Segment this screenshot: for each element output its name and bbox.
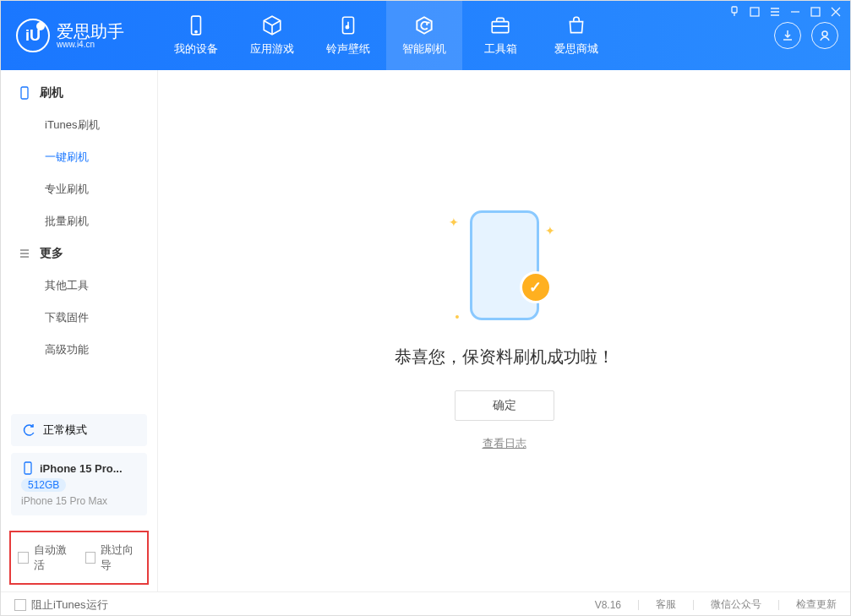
storage-badge: 512GB — [21, 478, 66, 492]
maximize-icon[interactable] — [809, 5, 822, 19]
pin-icon[interactable] — [728, 5, 741, 19]
success-illustration: ✦ ✦ • ✓ — [454, 210, 555, 329]
skip-wizard-checkbox[interactable]: 跳过向导 — [85, 542, 141, 573]
tab-ringtone-wallpaper[interactable]: 铃声壁纸 — [310, 1, 386, 70]
checkbox-icon — [85, 552, 96, 564]
sidebar-item-other-tools[interactable]: 其他工具 — [1, 270, 157, 302]
svg-rect-0 — [732, 7, 737, 13]
svg-point-6 — [346, 26, 348, 29]
app-name: 爱思助手 — [57, 23, 124, 40]
device-name-text: iPhone 15 Pro... — [40, 462, 123, 475]
download-icon[interactable] — [774, 22, 801, 49]
tab-label: 应用游戏 — [250, 41, 294, 57]
mode-label: 正常模式 — [43, 422, 87, 438]
svg-rect-7 — [492, 22, 509, 33]
sidebar-item-download-firmware[interactable]: 下载固件 — [1, 302, 157, 334]
svg-rect-9 — [21, 87, 28, 99]
user-icon[interactable] — [811, 22, 838, 49]
tab-label: 智能刷机 — [402, 41, 446, 57]
svg-point-8 — [822, 31, 827, 36]
mode-card[interactable]: 正常模式 — [11, 414, 147, 446]
header: iU 爱思助手 www.i4.cn 我的设备 应用游戏 铃声壁纸 智能刷机 工具… — [1, 1, 850, 70]
toolbox-icon — [489, 14, 511, 36]
checkbox-icon — [18, 552, 29, 564]
cube-icon — [261, 14, 283, 36]
check-badge-icon: ✓ — [520, 271, 552, 303]
logo[interactable]: iU 爱思助手 www.i4.cn — [1, 19, 158, 52]
wechat-link[interactable]: 微信公众号 — [711, 597, 761, 612]
sidebar-item-pro-flash[interactable]: 专业刷机 — [1, 173, 157, 205]
app-url: www.i4.cn — [57, 40, 124, 49]
svg-rect-10 — [25, 462, 31, 474]
list-icon — [18, 247, 31, 260]
refresh-small-icon — [21, 422, 36, 438]
tab-apps-games[interactable]: 应用游戏 — [234, 1, 310, 70]
tab-toolbox[interactable]: 工具箱 — [462, 1, 538, 70]
sidebar: 刷机 iTunes刷机 一键刷机 专业刷机 批量刷机 更多 其他工具 下载固件 … — [1, 70, 158, 591]
check-update-link[interactable]: 检查更新 — [796, 597, 837, 612]
sidebar-item-batch-flash[interactable]: 批量刷机 — [1, 205, 157, 237]
phone-icon — [18, 86, 31, 100]
logo-icon: iU — [16, 19, 50, 52]
sidebar-group-flash: 刷机 — [1, 77, 157, 109]
confirm-button[interactable]: 确定 — [455, 390, 554, 421]
checkbox-icon — [14, 599, 26, 611]
bag-icon — [565, 14, 587, 36]
device-small-icon — [21, 461, 35, 475]
main-content: ✦ ✦ • ✓ 恭喜您，保资料刷机成功啦！ 确定 查看日志 — [158, 70, 850, 591]
block-itunes-checkbox[interactable]: 阻止iTunes运行 — [14, 597, 108, 613]
device-model: iPhone 15 Pro Max — [21, 495, 107, 507]
footer: 阻止iTunes运行 V8.16 客服 微信公众号 检查更新 — [1, 591, 850, 616]
refresh-icon — [413, 14, 435, 36]
tab-label: 爱思商城 — [554, 41, 598, 57]
svg-point-4 — [195, 31, 197, 33]
menu-icon[interactable] — [768, 5, 782, 19]
tab-my-device[interactable]: 我的设备 — [158, 1, 234, 70]
svg-rect-2 — [811, 8, 820, 16]
minimize-icon[interactable] — [788, 5, 802, 19]
sidebar-group-more: 更多 — [1, 237, 157, 270]
auto-activate-checkbox[interactable]: 自动激活 — [18, 542, 74, 573]
device-card[interactable]: iPhone 15 Pro... 512GB iPhone 15 Pro Max — [11, 453, 147, 515]
svg-rect-1 — [750, 8, 759, 16]
close-icon[interactable] — [829, 5, 843, 19]
tab-store[interactable]: 爱思商城 — [538, 1, 614, 70]
view-log-link[interactable]: 查看日志 — [483, 436, 526, 451]
tab-label: 工具箱 — [484, 41, 517, 57]
feedback-icon[interactable] — [748, 5, 761, 19]
device-icon — [185, 14, 207, 36]
startup-options-box: 自动激活 跳过向导 — [9, 531, 149, 585]
tab-label: 我的设备 — [174, 41, 218, 57]
success-message: 恭喜您，保资料刷机成功啦！ — [395, 346, 614, 368]
tab-smart-flash[interactable]: 智能刷机 — [386, 1, 462, 70]
support-link[interactable]: 客服 — [656, 597, 676, 612]
tab-label: 铃声壁纸 — [326, 41, 370, 57]
sidebar-item-itunes-flash[interactable]: iTunes刷机 — [1, 109, 157, 141]
sidebar-item-advanced[interactable]: 高级功能 — [1, 334, 157, 366]
version-label: V8.16 — [595, 599, 621, 611]
sidebar-item-oneclick-flash[interactable]: 一键刷机 — [1, 141, 157, 173]
music-icon — [337, 14, 359, 36]
